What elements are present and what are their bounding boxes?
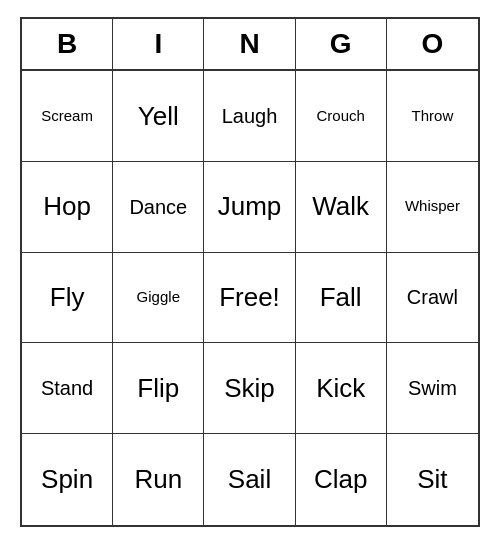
bingo-cell: Swim xyxy=(387,343,478,434)
header-letter: O xyxy=(387,19,478,69)
bingo-cell: Dance xyxy=(113,162,204,253)
cell-text: Sail xyxy=(228,465,271,494)
cell-text: Whisper xyxy=(405,198,460,215)
bingo-cell: Hop xyxy=(22,162,113,253)
cell-text: Yell xyxy=(138,102,179,131)
cell-text: Skip xyxy=(224,374,275,403)
header-letter: G xyxy=(296,19,387,69)
header-letter: N xyxy=(204,19,295,69)
bingo-grid: ScreamYellLaughCrouchThrowHopDanceJumpWa… xyxy=(22,71,478,525)
cell-text: Fall xyxy=(320,283,362,312)
bingo-cell: Free! xyxy=(204,253,295,344)
bingo-cell: Walk xyxy=(296,162,387,253)
bingo-cell: Giggle xyxy=(113,253,204,344)
cell-text: Walk xyxy=(312,192,369,221)
cell-text: Hop xyxy=(43,192,91,221)
bingo-card: BINGO ScreamYellLaughCrouchThrowHopDance… xyxy=(20,17,480,527)
bingo-cell: Skip xyxy=(204,343,295,434)
cell-text: Sit xyxy=(417,465,447,494)
bingo-cell: Laugh xyxy=(204,71,295,162)
bingo-cell: Fly xyxy=(22,253,113,344)
bingo-header: BINGO xyxy=(22,19,478,71)
bingo-cell: Whisper xyxy=(387,162,478,253)
cell-text: Dance xyxy=(129,196,187,218)
header-letter: B xyxy=(22,19,113,69)
cell-text: Laugh xyxy=(222,105,278,127)
bingo-cell: Kick xyxy=(296,343,387,434)
bingo-cell: Stand xyxy=(22,343,113,434)
cell-text: Scream xyxy=(41,108,93,125)
bingo-cell: Throw xyxy=(387,71,478,162)
cell-text: Run xyxy=(134,465,182,494)
cell-text: Crawl xyxy=(407,286,458,308)
bingo-cell: Crouch xyxy=(296,71,387,162)
bingo-cell: Sail xyxy=(204,434,295,525)
bingo-cell: Run xyxy=(113,434,204,525)
cell-text: Stand xyxy=(41,377,93,399)
cell-text: Throw xyxy=(412,108,454,125)
bingo-cell: Fall xyxy=(296,253,387,344)
bingo-cell: Yell xyxy=(113,71,204,162)
cell-text: Free! xyxy=(219,283,280,312)
header-letter: I xyxy=(113,19,204,69)
bingo-cell: Crawl xyxy=(387,253,478,344)
cell-text: Swim xyxy=(408,377,457,399)
bingo-cell: Clap xyxy=(296,434,387,525)
cell-text: Jump xyxy=(218,192,282,221)
bingo-cell: Scream xyxy=(22,71,113,162)
bingo-cell: Spin xyxy=(22,434,113,525)
bingo-cell: Sit xyxy=(387,434,478,525)
cell-text: Kick xyxy=(316,374,365,403)
cell-text: Fly xyxy=(50,283,85,312)
bingo-cell: Flip xyxy=(113,343,204,434)
cell-text: Crouch xyxy=(317,108,365,125)
cell-text: Flip xyxy=(137,374,179,403)
bingo-cell: Jump xyxy=(204,162,295,253)
cell-text: Spin xyxy=(41,465,93,494)
cell-text: Clap xyxy=(314,465,367,494)
cell-text: Giggle xyxy=(137,289,180,306)
